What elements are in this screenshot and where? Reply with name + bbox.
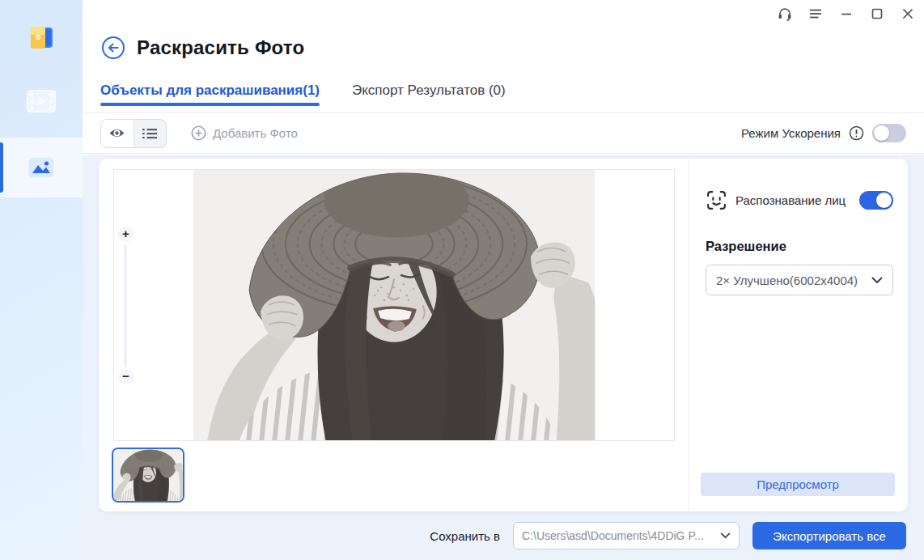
tab-bar: Объекты для раскрашивания(1) Экспорт Рез… [100,83,506,106]
back-arrow-icon [107,41,120,54]
headphones-icon[interactable] [775,5,795,23]
settings-pane: Распознавание лиц Разрешение 2× Улучшено… [689,159,908,511]
resolution-dropdown[interactable]: 2× Улучшено(6002x4004) [706,265,893,295]
list-view-button[interactable] [134,120,167,147]
tab-export-results[interactable]: Экспорт Результатов (0) [352,83,506,106]
face-recognition-toggle[interactable] [859,191,893,210]
photo-canvas[interactable]: + − [113,169,675,441]
face-id-icon [706,189,727,211]
face-recognition-label: Распознавание лиц [735,193,851,207]
plus-circle-icon [191,125,206,141]
content-area: + − [83,155,924,560]
list-icon [142,128,157,139]
acceleration-label: Режим Ускорения [741,126,841,140]
toolbar: Добавить Фото Режим Ускорения [83,113,924,154]
tab-objects-to-colorize[interactable]: Объекты для раскрашивания(1) [100,83,320,106]
photo-icon [28,156,55,179]
resolution-label: Разрешение [706,239,893,254]
eye-icon [108,127,125,139]
export-all-button[interactable]: Экспортировать все [752,522,906,549]
save-path-value: C:\Users\asd\Documents\4DDiG P... [522,529,714,542]
zoom-out-button[interactable]: − [118,369,134,384]
maximize-icon[interactable] [867,5,887,23]
workspace-card: + − [99,159,908,511]
sidebar-item-app-logo[interactable] [0,8,83,68]
photo-woman-straw-hat [192,170,596,440]
main-area: Раскрасить Фото Объекты для раскрашивани… [83,0,924,560]
acceleration-mode: Режим Ускорения [741,124,906,142]
save-to-label: Сохранить в [430,529,500,543]
viewer-pane: + − [99,159,689,511]
view-mode-switch [100,119,167,148]
close-icon[interactable] [898,5,918,23]
minimize-icon[interactable] [837,5,856,23]
app-window: Раскрасить Фото Объекты для раскрашивани… [0,0,924,560]
page-title: Раскрасить Фото [137,36,304,59]
zoom-in-button[interactable]: + [118,227,134,242]
app-logo-icon [27,23,56,53]
zoom-slider-track[interactable] [124,244,127,367]
window-controls [775,5,918,23]
add-photo-button[interactable]: Добавить Фото [191,125,298,141]
film-icon [27,90,56,112]
chevron-down-icon [871,277,883,284]
preview-view-button[interactable] [101,120,134,147]
resolution-value: 2× Улучшено(6002x4004) [716,274,871,287]
acceleration-toggle[interactable] [872,124,906,142]
sidebar-item-video-tools[interactable] [0,71,83,131]
back-button[interactable] [102,36,125,59]
chevron-down-icon [720,532,731,539]
add-photo-label: Добавить Фото [213,126,298,140]
save-path-selector[interactable]: C:\Users\asd\Documents\4DDiG P... [513,522,740,549]
menu-icon[interactable] [806,5,825,23]
info-icon[interactable] [849,125,864,141]
photo-thumbnail-selected[interactable] [112,448,184,503]
preview-button[interactable]: Предпросмотр [701,473,895,496]
face-recognition-row: Распознавание лиц [706,189,893,211]
sidebar-item-photo-tools[interactable] [0,138,83,197]
sidebar [0,0,83,560]
footer-bar: Сохранить в C:\Users\asd\Documents\4DDiG… [83,511,924,560]
